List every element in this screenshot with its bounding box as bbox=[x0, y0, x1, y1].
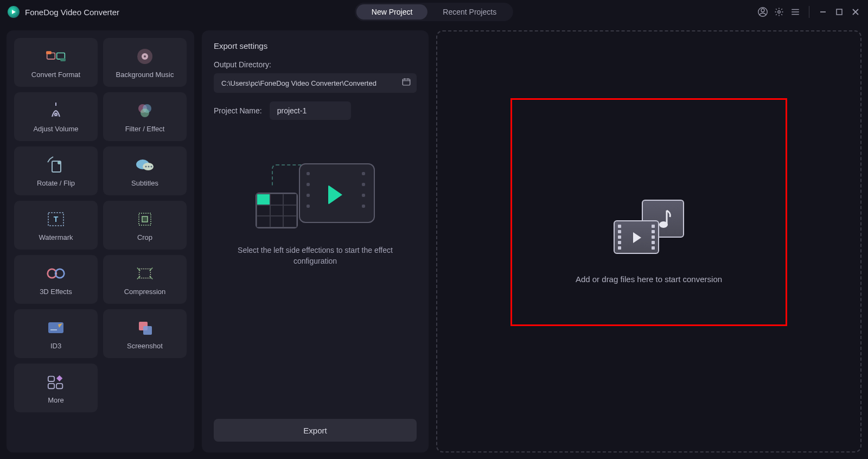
export-settings-heading: Export settings bbox=[214, 41, 417, 50]
tool-adjust-volume[interactable]: Adjust Volume bbox=[14, 92, 98, 141]
svg-rect-11 bbox=[57, 53, 65, 59]
svg-rect-12 bbox=[46, 51, 52, 54]
watermark-icon: T bbox=[46, 209, 66, 229]
tool-rotate-flip[interactable]: Rotate / Flip bbox=[14, 146, 98, 195]
background-music-icon bbox=[135, 47, 155, 66]
tool-crop[interactable]: Crop bbox=[103, 201, 187, 250]
filter-effect-icon bbox=[135, 101, 155, 120]
svg-rect-13 bbox=[60, 58, 66, 61]
tool-label: Convert Format bbox=[31, 71, 80, 79]
tool-convert-format[interactable]: Convert Format bbox=[14, 38, 98, 87]
media-drop-icon bbox=[614, 200, 684, 254]
tool-label: Filter / Effect bbox=[125, 125, 165, 133]
3d-effects-icon bbox=[46, 264, 66, 283]
tool-watermark[interactable]: TWatermark bbox=[14, 201, 98, 250]
svg-point-26 bbox=[148, 165, 150, 167]
export-settings-panel: Export settings Output Directory: C:\Use… bbox=[202, 30, 429, 452]
crop-icon bbox=[135, 209, 155, 229]
svg-rect-42 bbox=[48, 383, 54, 388]
drop-zone-text: Add or drag files here to start conversi… bbox=[576, 275, 722, 284]
brand: FoneDog Video Converter bbox=[8, 6, 119, 18]
browse-folder-icon[interactable] bbox=[401, 77, 411, 89]
menu-icon[interactable] bbox=[790, 7, 800, 17]
output-directory-input[interactable]: C:\Users\pc\FoneDog Video Converter\Conv… bbox=[214, 73, 417, 93]
svg-point-2 bbox=[778, 11, 781, 14]
svg-marker-41 bbox=[56, 375, 62, 381]
tool-id3[interactable]: ID3 bbox=[14, 309, 98, 358]
tool-background-music[interactable]: Background Music bbox=[103, 38, 187, 87]
drop-zone[interactable]: Add or drag files here to start conversi… bbox=[436, 30, 861, 452]
svg-point-16 bbox=[144, 55, 146, 58]
tab-new-project[interactable]: New Project bbox=[356, 4, 427, 20]
export-button[interactable]: Export bbox=[214, 419, 417, 442]
svg-text:T: T bbox=[54, 215, 59, 224]
compression-icon bbox=[135, 264, 155, 283]
tool-label: 3D Effects bbox=[40, 288, 72, 296]
svg-rect-44 bbox=[403, 79, 410, 85]
subtitles-icon bbox=[135, 155, 155, 175]
window-close[interactable] bbox=[851, 7, 860, 17]
svg-rect-43 bbox=[56, 383, 62, 388]
titlebar: FoneDog Video Converter New Project Rece… bbox=[0, 0, 868, 24]
project-tab-switcher: New Project Recent Projects bbox=[355, 3, 513, 21]
tool-label: Adjust Volume bbox=[33, 125, 78, 133]
svg-rect-40 bbox=[48, 376, 54, 381]
rotate-flip-icon bbox=[46, 155, 66, 175]
tool-label: Watermark bbox=[39, 233, 73, 241]
tools-panel: Convert FormatBackground MusicAdjust Vol… bbox=[7, 30, 194, 452]
svg-point-0 bbox=[761, 9, 764, 12]
app-logo-icon bbox=[8, 6, 20, 18]
svg-rect-39 bbox=[143, 326, 152, 335]
project-name-label: Project Name: bbox=[214, 106, 262, 115]
tool-more[interactable]: More bbox=[14, 364, 98, 412]
project-name-input[interactable] bbox=[270, 101, 351, 120]
effect-illustration: Select the left side effections to start… bbox=[214, 163, 417, 267]
output-directory-value: C:\Users\pc\FoneDog Video Converter\Conv… bbox=[221, 79, 401, 87]
tool-label: ID3 bbox=[50, 342, 61, 350]
account-icon[interactable] bbox=[758, 7, 768, 17]
tool-label: Subtitles bbox=[131, 179, 158, 187]
svg-rect-31 bbox=[142, 216, 148, 222]
settings-icon[interactable] bbox=[774, 7, 784, 17]
tool-label: Rotate / Flip bbox=[37, 179, 75, 187]
tool-label: More bbox=[48, 396, 64, 404]
tool-label: Background Music bbox=[116, 71, 174, 79]
svg-point-22 bbox=[58, 162, 60, 164]
tool-filter-effect[interactable]: Filter / Effect bbox=[103, 92, 187, 141]
tool-label: Screenshot bbox=[127, 342, 163, 350]
svg-rect-7 bbox=[837, 9, 842, 15]
svg-point-45 bbox=[659, 221, 668, 228]
screenshot-icon bbox=[135, 318, 155, 337]
convert-format-icon bbox=[46, 47, 66, 66]
tool-compression[interactable]: Compression bbox=[103, 255, 187, 304]
more-icon bbox=[46, 372, 66, 392]
tool-label: Compression bbox=[124, 288, 166, 296]
adjust-volume-icon bbox=[46, 101, 66, 120]
tab-recent-projects[interactable]: Recent Projects bbox=[427, 4, 512, 20]
id3-icon bbox=[46, 318, 66, 337]
svg-rect-35 bbox=[139, 269, 151, 278]
output-directory-label: Output Directory: bbox=[214, 60, 417, 69]
effect-hint-text: Select the left side effections to start… bbox=[234, 245, 397, 267]
svg-point-20 bbox=[141, 109, 149, 117]
window-minimize[interactable] bbox=[818, 7, 828, 17]
tool-subtitles[interactable]: Subtitles bbox=[103, 146, 187, 195]
tool-label: Crop bbox=[137, 233, 152, 241]
tool-3d-effects[interactable]: 3D Effects bbox=[14, 255, 98, 304]
svg-point-25 bbox=[145, 165, 147, 167]
svg-point-27 bbox=[151, 165, 152, 167]
window-maximize[interactable] bbox=[834, 7, 844, 17]
app-name: FoneDog Video Converter bbox=[25, 8, 119, 17]
tool-screenshot[interactable]: Screenshot bbox=[103, 309, 187, 358]
